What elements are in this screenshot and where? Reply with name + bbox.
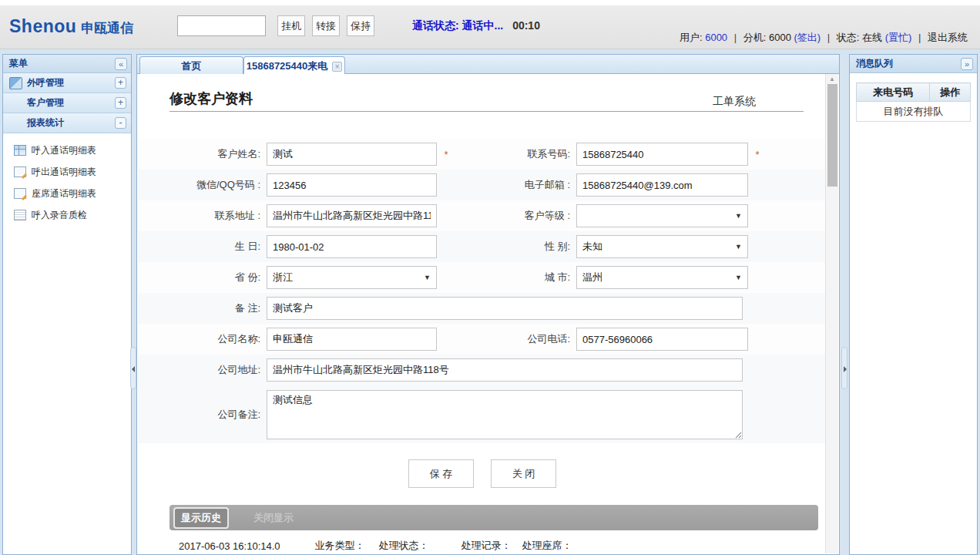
field-label: 客户等级 : (455, 209, 576, 223)
sidebar-menu-panel: 菜单 « 外呼管理 + 客户管理 + 报表统计 - 呼入通话明细表 呼出通话明细… (2, 54, 132, 555)
hold-button[interactable]: 保持 (347, 15, 374, 36)
close-icon[interactable]: × (332, 62, 342, 72)
tab-home[interactable]: 首页 (139, 56, 243, 75)
sidebar-item-outbound-report[interactable]: 呼出通话明细表 (3, 161, 131, 183)
sidebar-group-outbound[interactable]: 外呼管理 + (3, 73, 131, 93)
tab-incoming-call[interactable]: 15868725440来电 × (243, 56, 345, 76)
logo-text-cn: 申瓯通信 (81, 21, 133, 35)
customer-form-page: 修改客户资料 工单系统 客户姓名: * 联系号码: * 微信/QQ号码 : (138, 74, 827, 553)
sidebar-item-label: 呼入录音质检 (32, 209, 87, 222)
sidebar-report-items: 呼入通话明细表 呼出通话明细表 座席通话明细表 呼入录音质检 (3, 133, 131, 226)
gender-select[interactable]: 未知 ▼ (576, 235, 748, 258)
signout-link[interactable]: (签出) (794, 32, 821, 43)
caller-number-column-header: 来电号码 (857, 83, 930, 102)
company-remark-textarea[interactable]: 测试信息 (267, 390, 743, 439)
select-value: 浙江 (273, 271, 293, 284)
customer-form: 客户姓名: * 联系号码: * 微信/QQ号码 : 电子邮箱 : (138, 139, 827, 443)
call-status-text: 通话状态: 通话中... (412, 19, 503, 32)
tab-label: 首页 (182, 59, 202, 73)
queue-empty-message: 目前没有排队 (857, 102, 971, 122)
queue-header: 消息队列 » (850, 55, 977, 73)
remark-input[interactable] (267, 297, 743, 320)
sidebar-item-record-qc[interactable]: 呼入录音质检 (3, 204, 131, 226)
city-select[interactable]: 温州 ▼ (576, 266, 748, 289)
separator: | (918, 32, 921, 43)
agent-report-icon (14, 188, 26, 199)
sidebar-item-agent-report[interactable]: 座席通话明细表 (3, 183, 131, 204)
province-select[interactable]: 浙江 ▼ (267, 266, 437, 289)
collapse-right-icon[interactable]: » (961, 58, 973, 70)
caret-down-icon: ▼ (735, 212, 742, 220)
handle-agent-label: 处理座席： (522, 539, 572, 553)
app-window: Shenou申瓯通信 挂机 转接 保持 通话状态: 通话中... 00:10 用… (0, 0, 980, 555)
form-actions: 保 存 关 闭 (138, 459, 827, 488)
user-label: 用户: (680, 32, 703, 43)
dial-number-input[interactable] (177, 15, 266, 36)
form-row: 省 份: 浙江 ▼ 城 市: 温州 ▼ (138, 262, 827, 293)
record-qc-icon (14, 210, 26, 220)
collapse-arrow-right-icon (844, 366, 847, 372)
company-name-input[interactable] (267, 328, 437, 351)
customer-name-input[interactable] (267, 143, 437, 166)
outbound-icon (9, 77, 22, 89)
user-id-link[interactable]: 6000 (705, 32, 727, 43)
status-label: 状态: 在线 (837, 32, 882, 43)
tab-label: 15868725440来电 (247, 59, 328, 73)
collapse-left-icon[interactable]: « (115, 58, 127, 70)
required-mark: * (748, 149, 767, 160)
work-order-link[interactable]: 工单系统 (713, 95, 756, 111)
wechat-qq-input[interactable] (267, 173, 437, 197)
set-busy-link[interactable]: (置忙) (885, 32, 912, 43)
field-label: 电子邮箱 : (455, 178, 576, 192)
select-value: 温州 (582, 271, 602, 284)
queue-empty-row: 目前没有排队 (857, 102, 971, 122)
show-history-tab[interactable]: 显示历史 (173, 507, 229, 529)
sidebar-group-label: 客户管理 (27, 96, 115, 109)
contact-address-input[interactable] (267, 204, 437, 227)
form-row: 客户姓名: * 联系号码: * (138, 139, 827, 170)
extension-label: 分机: 6000 (743, 32, 791, 43)
user-info-bar: 用户: 6000 | 分机: 6000 (签出) | 状态: 在线 (置忙) |… (680, 31, 968, 45)
save-button[interactable]: 保 存 (408, 459, 474, 488)
birthday-input[interactable] (267, 235, 437, 258)
main-body: 修改客户资料 工单系统 客户姓名: * 联系号码: * 微信/QQ号码 : (136, 74, 840, 555)
email-input[interactable] (576, 173, 748, 197)
sidebar-group-customer[interactable]: 客户管理 + (3, 93, 131, 113)
field-label: 公司名称: (138, 332, 267, 346)
scrollbar-thumb[interactable] (827, 84, 837, 187)
sidebar-splitter-handle[interactable] (130, 347, 136, 389)
form-row: 公司地址: (138, 355, 827, 385)
expand-plus-icon[interactable]: + (115, 77, 126, 89)
sidebar-group-label: 报表统计 (27, 116, 115, 130)
sidebar-group-reports[interactable]: 报表统计 - (3, 113, 131, 133)
queue-splitter-handle[interactable] (841, 347, 847, 389)
handle-record-label: 处理记录： (461, 539, 512, 553)
hangup-button[interactable]: 挂机 (277, 15, 305, 36)
incoming-queue-table: 来电号码 操作 目前没有排队 (856, 82, 971, 122)
company-phone-input[interactable] (576, 328, 748, 351)
hide-history-tab[interactable]: 关闭显示 (253, 511, 294, 525)
caret-down-icon: ▼ (735, 274, 742, 281)
customer-level-select[interactable]: ▼ (576, 204, 748, 227)
field-label: 微信/QQ号码 : (138, 178, 267, 192)
page-title: 修改客户资料 (169, 89, 253, 111)
page-title-row: 修改客户资料 工单系统 (169, 91, 804, 112)
contact-number-input[interactable] (576, 143, 748, 166)
vertical-scrollbar[interactable]: ▲ (825, 74, 838, 553)
select-value: 未知 (582, 240, 602, 254)
sidebar-item-inbound-report[interactable]: 呼入通话明细表 (3, 140, 131, 161)
required-mark: * (437, 149, 455, 160)
logout-link[interactable]: 退出系统 (928, 32, 968, 43)
call-timer: 00:10 (512, 19, 540, 32)
scroll-up-icon[interactable]: ▲ (826, 74, 838, 84)
field-label: 城 市: (455, 271, 576, 284)
company-address-input[interactable] (267, 358, 743, 382)
close-button[interactable]: 关 闭 (491, 459, 556, 488)
sidebar-group-label: 外呼管理 (27, 76, 115, 89)
tab-strip: 首页 15868725440来电 × (136, 54, 840, 74)
expand-plus-icon[interactable]: + (115, 97, 126, 109)
app-header: Shenou申瓯通信 挂机 转接 保持 通话状态: 通话中... 00:10 用… (0, 5, 980, 49)
transfer-button[interactable]: 转接 (312, 15, 340, 36)
call-status: 通话状态: 通话中... 00:10 (412, 19, 540, 33)
collapse-minus-icon[interactable]: - (115, 117, 126, 129)
